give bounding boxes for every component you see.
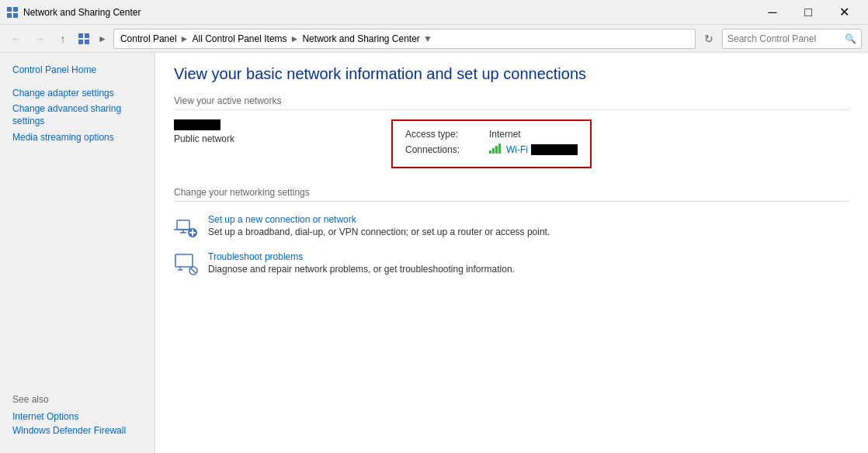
svg-rect-7 — [85, 40, 89, 44]
close-button[interactable]: ✕ — [826, 0, 862, 25]
troubleshoot-item: Troubleshoot problems Diagnose and repai… — [174, 251, 849, 276]
address-bar: ← → ↑ ► Control Panel ► All Control Pane… — [0, 25, 868, 53]
svg-rect-9 — [492, 148, 495, 154]
app-icon — [6, 6, 19, 19]
troubleshoot-link[interactable]: Troubleshoot problems — [208, 251, 515, 262]
title-bar: Network and Sharing Center ─ □ ✕ — [0, 0, 868, 25]
access-type-label: Access type: — [405, 129, 483, 140]
sidebar-item-media-streaming[interactable]: Media streaming options — [0, 130, 155, 145]
wifi-name-redacted — [531, 144, 578, 155]
wifi-signal-icon — [489, 143, 503, 156]
breadcrumb-current[interactable]: Network and Sharing Center — [302, 33, 419, 44]
change-networking-label: Change your networking settings — [174, 187, 849, 202]
access-type-value: Internet — [489, 129, 521, 140]
sidebar-item-change-adapter[interactable]: Change adapter settings — [0, 85, 155, 101]
breadcrumb-control-panel[interactable]: Control Panel — [120, 33, 177, 44]
svg-rect-12 — [177, 220, 189, 230]
troubleshoot-desc: Diagnose and repair network problems, or… — [208, 264, 515, 275]
sidebar-item-internet-options[interactable]: Internet Options — [12, 410, 143, 424]
network-row: Public network Access type: Internet Con… — [174, 119, 849, 168]
minimize-button[interactable]: ─ — [755, 0, 790, 25]
svg-rect-0 — [7, 7, 12, 12]
new-connection-link[interactable]: Set up a new connection or network — [208, 214, 550, 225]
svg-rect-11 — [498, 144, 501, 154]
maximize-button[interactable]: □ — [790, 0, 826, 25]
search-bar[interactable]: 🔍 — [722, 29, 862, 49]
svg-rect-1 — [13, 7, 18, 12]
svg-rect-6 — [78, 40, 83, 44]
location-icon — [78, 33, 90, 45]
troubleshoot-icon — [174, 251, 199, 276]
search-input[interactable] — [727, 33, 845, 44]
svg-rect-2 — [7, 13, 12, 18]
see-also-title: See also — [12, 394, 143, 405]
page-title: View your basic network information and … — [174, 65, 849, 83]
refresh-button[interactable]: ↻ — [699, 29, 719, 49]
window-title: Network and Sharing Center — [23, 7, 141, 18]
forward-button[interactable]: → — [30, 29, 50, 49]
search-icon: 🔍 — [845, 33, 856, 44]
svg-rect-8 — [489, 150, 491, 154]
network-info-box: Access type: Internet Connections: — [391, 119, 592, 168]
main-container: Control Panel Home Change adapter settin… — [0, 53, 868, 453]
svg-rect-10 — [495, 146, 498, 154]
sidebar-item-change-advanced[interactable]: Change advanced sharing settings — [0, 101, 155, 130]
back-button[interactable]: ← — [6, 29, 26, 49]
svg-rect-19 — [175, 254, 193, 267]
up-button[interactable]: ↑ — [53, 29, 73, 49]
content-area: View your basic network information and … — [155, 53, 868, 453]
svg-rect-5 — [85, 33, 89, 38]
breadcrumb[interactable]: Control Panel ► All Control Panel Items … — [113, 29, 696, 49]
network-type: Public network — [174, 133, 234, 144]
new-connection-icon — [174, 214, 199, 239]
new-connection-item: Set up a new connection or network Set u… — [174, 214, 849, 239]
svg-line-23 — [191, 268, 196, 273]
breadcrumb-all-items[interactable]: All Control Panel Items — [193, 33, 287, 44]
sidebar-item-control-panel-home[interactable]: Control Panel Home — [0, 62, 155, 78]
svg-rect-3 — [13, 13, 18, 18]
connections-label: Connections: — [405, 144, 483, 155]
breadcrumb-sep-0: ► — [98, 33, 107, 44]
sidebar-item-windows-defender[interactable]: Windows Defender Firewall — [12, 424, 143, 437]
new-connection-desc: Set up a broadband, dial-up, or VPN conn… — [208, 226, 550, 237]
wifi-connection-link[interactable]: Wi-Fi — [506, 144, 528, 155]
active-networks-label: View your active networks — [174, 95, 849, 110]
svg-rect-4 — [78, 33, 83, 38]
network-name-redacted — [174, 119, 220, 130]
window-controls: ─ □ ✕ — [755, 0, 862, 25]
sidebar: Control Panel Home Change adapter settin… — [0, 53, 155, 453]
